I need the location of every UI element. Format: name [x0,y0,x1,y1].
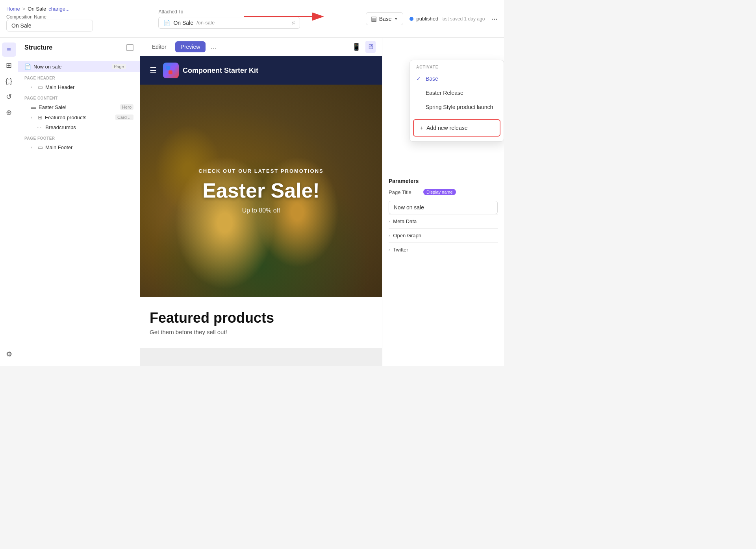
breadcrumb-sep: > [22,6,26,12]
tree-item-breadcrumbs[interactable]: - - Breadcrumbs [18,122,140,132]
card-icon: ⊞ [38,114,43,120]
right-panel: ACTIVATE ✓ Base Easter Release Spring St… [382,38,504,366]
open-graph-row[interactable]: › Open Graph [389,228,498,242]
more-options-button[interactable]: ··· [491,14,498,23]
layers-icon: ≡ [7,46,11,54]
breadcrumb-current: On Sale [28,6,46,12]
tree-item-easter-sale[interactable]: ▬ Easter Sale! Hero [18,102,140,112]
dropdown-base-item[interactable]: ✓ Base [410,72,504,86]
structure-panel: Structure 📄 Now on sale Page ··· PAGE HE… [18,38,140,366]
code-icon: {;} [6,77,12,85]
attached-label: Attached To [158,9,300,15]
base-dropdown: ACTIVATE ✓ Base Easter Release Spring St… [410,60,504,142]
structure-body: 📄 Now on sale Page ··· PAGE HEADER › ▭ M… [18,56,140,157]
page-title-row: Page Title Display name [389,189,498,195]
topbar-right: ▤ Base ▼ published last saved 1 day ago … [366,12,498,25]
add-icon: + [420,125,423,131]
composition-name-section: Composition Name [6,14,93,31]
sidebar-icon-layers[interactable]: ≡ [2,43,16,57]
easter-sale-label: Easter Sale! [39,104,118,110]
section-page-footer: PAGE FOOTER [18,132,140,142]
sidebar-icon-code[interactable]: {;} [2,74,16,88]
breadcrumb: Home > On Sale change... [6,6,93,12]
sidebar-icon-history[interactable]: ↺ [2,90,16,104]
add-new-label: Add new release [426,125,467,131]
structure-layout-toggle[interactable] [126,44,133,51]
nav-logo: Component Starter Kit [163,63,258,78]
hero-description: Up to 80% off [198,207,323,214]
hero-subtitle: CHECK OUT OUR LATEST PROMOTIONS [198,168,323,174]
mobile-view-button[interactable]: 📱 [350,41,362,53]
spring-style-label: Spring Style product launch [426,104,493,110]
twitter-row[interactable]: › Twitter [389,242,498,257]
sidebar-icon-database[interactable]: ⊞ [2,58,16,72]
published-dot [410,17,413,21]
change-link[interactable]: change... [48,6,70,12]
svg-rect-4 [169,70,172,74]
card-badge: Card ... [115,115,133,120]
page-title-param-label: Page Title [389,189,420,195]
page-title-input[interactable] [389,201,498,214]
activate-label: ACTIVATE [410,60,504,72]
database-icon: ⊞ [6,61,12,70]
parameters-panel: Parameters Page Title Display name › Met… [382,172,504,263]
history-icon: ↺ [6,92,12,101]
section-page-content: PAGE CONTENT [18,92,140,102]
preview-hero: CHECK OUT OUR LATEST PROMOTIONS Easter S… [140,85,382,297]
home-link[interactable]: Home [6,6,20,12]
hero-text: CHECK OUT OUR LATEST PROMOTIONS Easter S… [198,168,323,214]
preview-tab[interactable]: Preview [175,41,206,52]
preview-content: ☰ Component Starter Kit CHECK OUT OUR LA… [140,56,382,348]
chevron-right-icon: › [31,145,35,150]
tree-item-main-header[interactable]: › ▭ Main Header [18,82,140,92]
dropdown-spring-style-item[interactable]: Spring Style product launch [410,100,504,114]
tree-item-page[interactable]: 📄 Now on sale Page ··· [18,61,140,72]
tree-item-featured-products[interactable]: › ⊞ Featured products Card ... [18,112,140,122]
preview-area: Editor Preview ... 📱 🖥 ☰ Component Start… [140,38,382,366]
hero-badge: Hero [120,104,133,110]
composition-name-input[interactable] [6,20,93,31]
tree-item-main-footer[interactable]: › ▭ Main Footer [18,142,140,152]
published-text: published [417,16,439,22]
sidebar-icon-settings[interactable]: ⚙ [2,347,16,361]
hamburger-icon[interactable]: ☰ [150,66,157,75]
meta-data-label: Meta Data [393,218,417,224]
section-page-header: PAGE HEADER [18,72,140,82]
sidebar-icon-globe[interactable]: ⊕ [2,105,16,120]
meta-chevron-icon: › [389,219,390,224]
svg-rect-3 [171,66,175,70]
topbar-middle: Attached To 📄 On Sale /on-sale ⎘ [158,9,300,29]
structure-header: Structure [18,38,140,56]
twitter-label: Twitter [393,247,408,253]
editor-tab[interactable]: Editor [146,41,172,52]
publish-status: published last saved 1 day ago [410,16,485,22]
dropdown-easter-release-item[interactable]: Easter Release [410,86,504,100]
meta-data-row[interactable]: › Meta Data [389,214,498,228]
chevron-down-icon: ▼ [394,17,398,21]
easter-release-label: Easter Release [426,90,463,96]
hero-icon: ▬ [31,104,36,110]
topbar-left: Home > On Sale change... Composition Nam… [6,6,93,31]
breadcrumbs-label: Breadcrumbs [45,124,133,130]
dashed-icon: - - [37,125,41,130]
open-graph-label: Open Graph [393,233,421,238]
base-dropdown-button[interactable]: ▤ Base ▼ [366,12,403,25]
base-item-label: Base [426,76,438,82]
attached-name: On Sale [173,20,193,26]
chevron-right-icon: › [31,115,35,120]
dropdown-divider [410,116,504,116]
featured-section: Featured products Get them before they s… [140,297,382,348]
preview-navigation: ☰ Component Starter Kit [140,56,382,85]
add-new-release-button[interactable]: + Add new release [413,119,500,137]
copy-icon[interactable]: ⎘ [292,20,295,26]
toolbar-more-button[interactable]: ... [210,43,216,51]
og-chevron-icon: › [389,233,390,238]
check-icon: ✓ [416,76,422,82]
attached-path: /on-sale [196,20,215,26]
twitter-chevron-icon: › [389,248,390,252]
composition-label: Composition Name [6,14,93,20]
main-header-label: Main Header [45,84,133,90]
desktop-view-button[interactable]: 🖥 [365,41,376,53]
gear-icon: ⚙ [6,350,12,359]
page-label: Now on sale [33,64,109,70]
